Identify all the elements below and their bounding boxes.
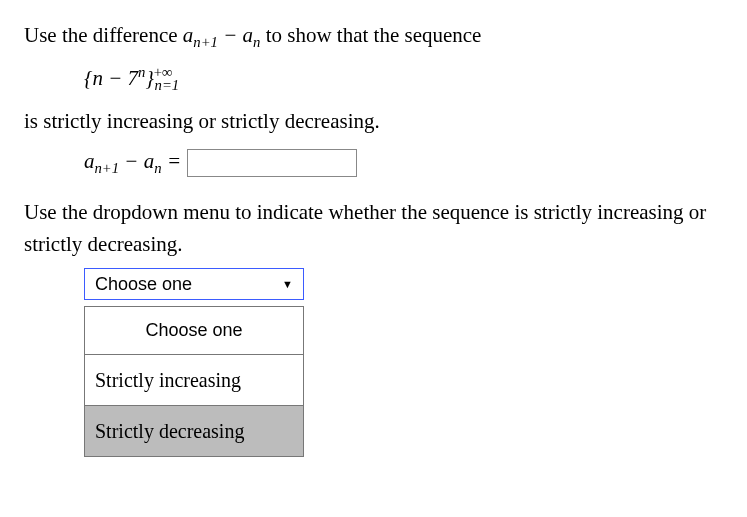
dropdown-option-placeholder[interactable]: Choose one: [85, 307, 303, 355]
answer-lhs: an+1 − an =: [84, 146, 181, 179]
sequence-type-dropdown[interactable]: Choose one ▼ Choose one Strictly increas…: [84, 268, 304, 457]
dropdown-option-decreasing[interactable]: Strictly decreasing: [85, 406, 303, 456]
chevron-down-icon: ▼: [282, 276, 293, 293]
q1-intro-b: to show that the sequence: [260, 23, 481, 47]
question-2-text: Use the dropdown menu to indicate whethe…: [24, 197, 723, 260]
difference-answer-input[interactable]: [187, 149, 357, 177]
dropdown-list: Choose one Strictly increasing Strictly …: [84, 306, 304, 457]
question-1-line-2: is strictly increasing or strictly decre…: [24, 106, 723, 138]
question-1-line-1: Use the difference an+1 − an to show tha…: [24, 20, 723, 53]
dropdown-selected-label: Choose one: [95, 271, 192, 298]
dropdown-option-increasing[interactable]: Strictly increasing: [85, 355, 303, 406]
answer-row: an+1 − an =: [84, 146, 723, 179]
dropdown-selected[interactable]: Choose one ▼: [84, 268, 304, 300]
q1-intro-a: Use the difference: [24, 23, 183, 47]
difference-expression: an+1 − an: [183, 23, 261, 47]
sequence-expression: {n − 7n}+∞n=1: [84, 61, 723, 96]
